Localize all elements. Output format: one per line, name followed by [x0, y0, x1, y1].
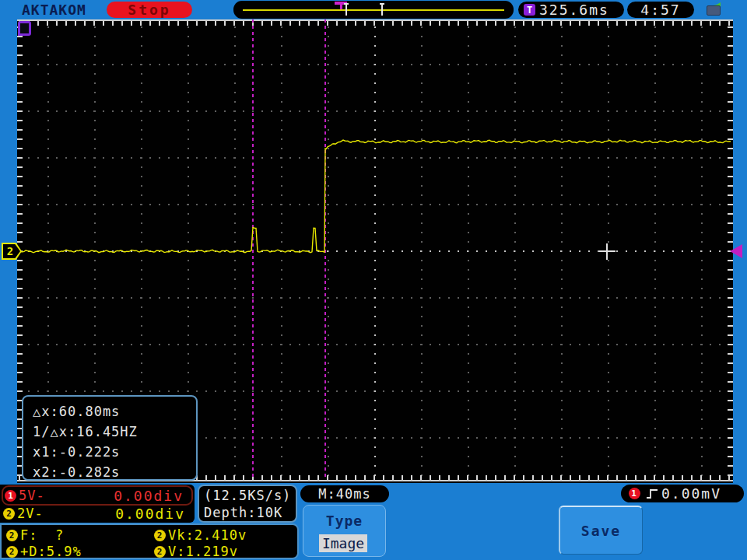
- trigger-icon: T: [524, 4, 535, 16]
- channel-status-box: 1 5V- 0.00div 2 2V- 0.00div: [0, 485, 195, 523]
- memory-depth: Depth:10K: [204, 504, 296, 521]
- trigger-time-value: 325.6ms: [539, 2, 609, 18]
- timebase-value: M:40ms: [318, 486, 370, 502]
- trigger-point-cross-icon: [599, 243, 615, 260]
- channel2-badge: 2: [3, 508, 15, 520]
- measurement-v-value: V:1.219v: [168, 544, 238, 559]
- channel2-waveform: [18, 140, 731, 253]
- cursor-inverse-delta-x: 1/△x:16.45HZ: [33, 422, 196, 442]
- menu-item-image[interactable]: Image: [319, 534, 367, 552]
- rising-edge-icon: [646, 488, 658, 500]
- timebase-readout: M:40ms: [300, 485, 389, 502]
- measurement-duty: 2 +D:5.9%: [5, 544, 82, 559]
- softkey-menu-panel: Type Image: [303, 505, 386, 557]
- acquisition-box: (12.5KS/s) Depth:10K: [198, 485, 297, 523]
- cursor-x2: x2:-0.282s: [33, 462, 196, 482]
- memory-line: [243, 9, 504, 11]
- measurement-duty-value: +D:5.9%: [20, 544, 82, 559]
- measurement-frequency: 2 F: ?: [5, 527, 64, 543]
- trigger-level-value: 0.00mV: [661, 485, 721, 502]
- channel1-position: 0.00div: [114, 488, 184, 504]
- channel2-scale: 2V-: [17, 506, 44, 521]
- measurement-channel-badge: 2: [6, 546, 18, 558]
- channel2-marker-label: 2: [3, 244, 20, 258]
- run-stop-status[interactable]: Stop: [107, 2, 192, 18]
- measurement-vk-value: Vk:2.410v: [168, 527, 247, 543]
- trigger-time-readout: T 325.6ms: [518, 2, 624, 18]
- waveform-display: △x:60.80ms 1/△x:16.45HZ x1:-0.222s x2:-0…: [17, 19, 733, 483]
- channel2-position: 0.00div: [115, 506, 185, 522]
- top-bar: AKTAKOM Stop T 325.6ms 4:57: [0, 0, 747, 19]
- run-stop-label: Stop: [128, 2, 170, 18]
- memory-window-bracket-left: [345, 3, 347, 16]
- measurement-box: 2 F: ? 2 Vk:2.410v 2 +D:5.9% 2 V:1.219v: [0, 523, 299, 559]
- measurement-v: 2 V:1.219v: [153, 544, 238, 559]
- memory-window-bracket-right: [381, 3, 383, 16]
- measurement-channel-badge: 2: [6, 530, 18, 541]
- cursor-delta-x: △x:60.80ms: [33, 401, 196, 422]
- channel1-badge: 1: [5, 490, 16, 502]
- measurement-channel-badge: 2: [154, 546, 166, 558]
- usb-storage-icon: [705, 2, 721, 16]
- trigger-position-flag-icon: [18, 21, 31, 36]
- brand-logo: AKTAKOM: [22, 2, 86, 18]
- clock-value: 4:57: [640, 2, 680, 18]
- channel1-scale: 5V-: [19, 488, 45, 503]
- save-button[interactable]: Save: [559, 506, 643, 555]
- sample-rate: (12.5KS/s): [204, 487, 296, 504]
- menu-title: Type: [303, 513, 385, 529]
- cursor-measurement-box: △x:60.80ms 1/△x:16.45HZ x1:-0.222s x2:-0…: [22, 395, 198, 481]
- measurement-vk: 2 Vk:2.410v: [153, 527, 247, 543]
- memory-position-bar: [233, 1, 514, 19]
- cursor-x1: x1:-0.222s: [33, 442, 196, 462]
- oscilloscope-screen: AKTAKOM Stop T 325.6ms 4:57: [0, 0, 747, 560]
- measurement-frequency-value: F: ?: [20, 527, 64, 543]
- trigger-level-readout: 1 0.00mV: [621, 485, 744, 502]
- usb-disk-icon: [707, 5, 721, 16]
- trigger-level-arrow-icon[interactable]: [730, 244, 742, 258]
- trigger-source-badge: 1: [629, 488, 640, 499]
- measurement-channel-badge: 2: [154, 530, 166, 541]
- channel1-row: 1 5V- 0.00div: [2, 485, 193, 506]
- channel2-row: 2 2V- 0.00div: [2, 505, 193, 522]
- clock: 4:57: [627, 2, 694, 18]
